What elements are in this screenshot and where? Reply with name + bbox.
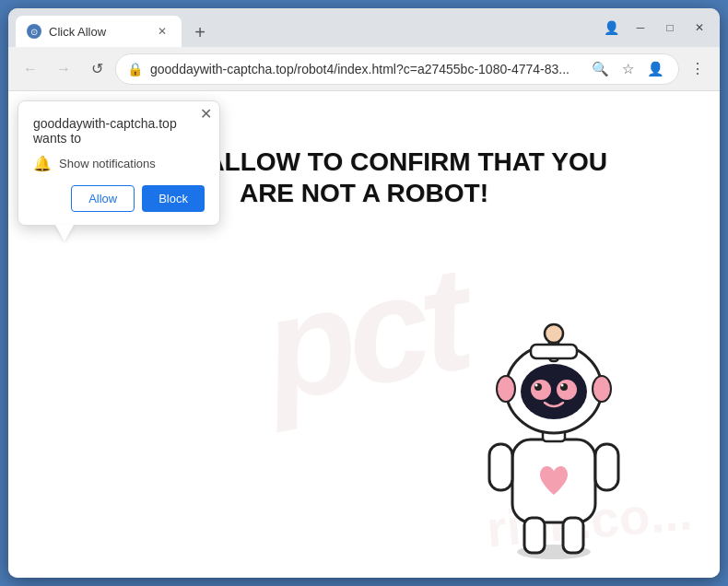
chrome-profile-button[interactable]: 👤 <box>598 15 624 41</box>
svg-rect-3 <box>595 444 618 490</box>
title-bar-controls: 👤 ─ □ ✕ <box>598 15 712 41</box>
svg-point-10 <box>557 380 577 400</box>
tab-title: Click Allow <box>49 25 147 39</box>
address-bar[interactable]: 🔒 gooddaywith-captcha.top/robot4/index.h… <box>115 53 679 85</box>
page-content: pct risk.co... ✕ gooddaywith-captcha.top… <box>8 91 720 578</box>
forward-button[interactable]: → <box>49 54 78 84</box>
notification-label: Show notifications <box>59 157 156 170</box>
search-icon-button[interactable]: 🔍 <box>588 57 612 81</box>
refresh-button[interactable]: ↺ <box>82 54 112 84</box>
popup-close-button[interactable]: ✕ <box>200 107 212 122</box>
svg-point-16 <box>593 376 611 402</box>
svg-point-9 <box>531 380 551 400</box>
robot-illustration <box>443 264 646 559</box>
tab-favicon: ⊙ <box>27 24 41 39</box>
svg-point-14 <box>561 384 564 387</box>
allow-button[interactable]: Allow <box>71 185 135 212</box>
title-bar: ⊙ Click Allow ✕ + 👤 ─ □ ✕ <box>8 8 720 47</box>
bell-icon: 🔔 <box>33 155 52 172</box>
menu-button[interactable]: ⋮ <box>683 54 712 84</box>
address-bar-icons: 🔍 ☆ 👤 <box>588 57 667 81</box>
tab-close-button[interactable]: ✕ <box>154 23 170 40</box>
navigation-bar: ← → ↺ 🔒 gooddaywith-captcha.top/robot4/i… <box>8 47 720 91</box>
svg-point-15 <box>497 376 515 402</box>
bookmark-button[interactable]: ☆ <box>616 57 640 81</box>
new-tab-button[interactable]: + <box>185 18 215 47</box>
svg-rect-5 <box>563 518 583 553</box>
popup-buttons: Allow Block <box>33 185 205 212</box>
maximize-button[interactable]: □ <box>657 15 683 41</box>
browser-window: ⊙ Click Allow ✕ + 👤 ─ □ ✕ <box>8 8 720 578</box>
svg-rect-4 <box>524 518 545 553</box>
active-tab[interactable]: ⊙ Click Allow ✕ <box>16 16 182 47</box>
svg-rect-19 <box>531 345 577 358</box>
svg-rect-2 <box>489 444 512 490</box>
popup-site-text: gooddaywith-captcha.top wants to <box>33 116 205 146</box>
svg-point-18 <box>545 324 563 343</box>
profile-button[interactable]: 👤 <box>643 57 667 81</box>
svg-point-13 <box>535 384 538 387</box>
close-button[interactable]: ✕ <box>687 15 712 41</box>
security-lock-icon: 🔒 <box>127 62 143 76</box>
tabs-area: ⊙ Click Allow ✕ + <box>16 8 598 47</box>
minimize-button[interactable]: ─ <box>628 15 653 41</box>
url-text: gooddaywith-captcha.top/robot4/index.htm… <box>150 62 581 76</box>
notification-popup: ✕ gooddaywith-captcha.top wants to 🔔 Sho… <box>18 100 220 226</box>
svg-point-8 <box>521 364 587 419</box>
block-button[interactable]: Block <box>142 185 205 212</box>
back-button[interactable]: ← <box>16 54 45 84</box>
notification-row: 🔔 Show notifications <box>33 155 205 172</box>
robot-svg <box>462 283 646 559</box>
